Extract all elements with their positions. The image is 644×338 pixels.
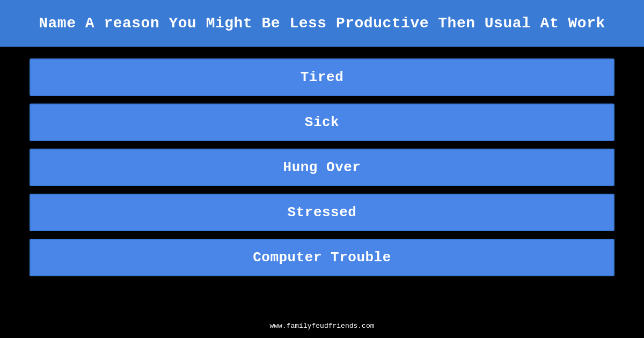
page-title: Name A reason You Might Be Less Producti… [39, 15, 605, 32]
answer-text-4: Stressed [288, 204, 357, 221]
answer-text-3: Hung Over [283, 159, 361, 175]
answer-row-5: Computer Trouble [30, 239, 614, 276]
answer-text-2: Sick [305, 114, 339, 130]
answers-container: Tired Sick Hung Over Stressed Computer T… [0, 49, 644, 314]
answer-text-1: Tired [301, 69, 344, 85]
footer-url: www.familyfeudfriends.com [269, 322, 374, 330]
header: Name A reason You Might Be Less Producti… [0, 0, 644, 49]
footer: www.familyfeudfriends.com [0, 314, 644, 338]
answer-text-5: Computer Trouble [253, 249, 391, 266]
answer-row-4: Stressed [30, 194, 614, 231]
answer-row-3: Hung Over [30, 149, 614, 186]
answer-row-2: Sick [30, 104, 614, 141]
answer-row-1: Tired [30, 58, 614, 96]
